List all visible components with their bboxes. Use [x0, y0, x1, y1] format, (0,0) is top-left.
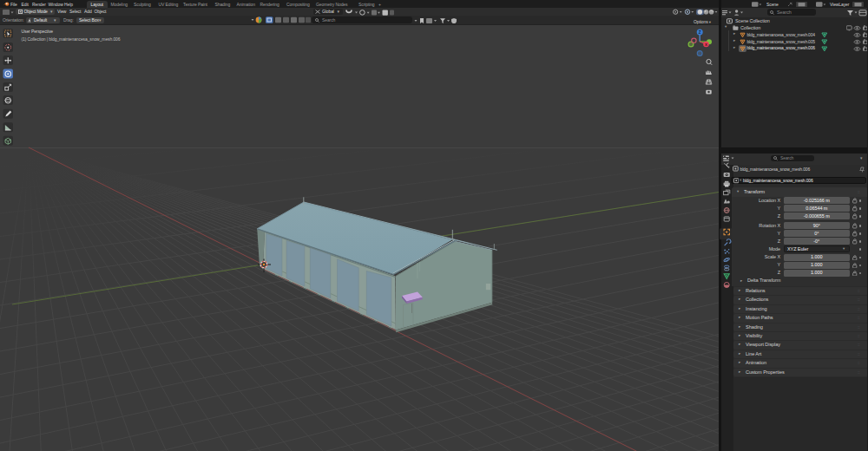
svg-text:Z: Z — [699, 30, 701, 35]
svg-text:X: X — [705, 42, 707, 47]
